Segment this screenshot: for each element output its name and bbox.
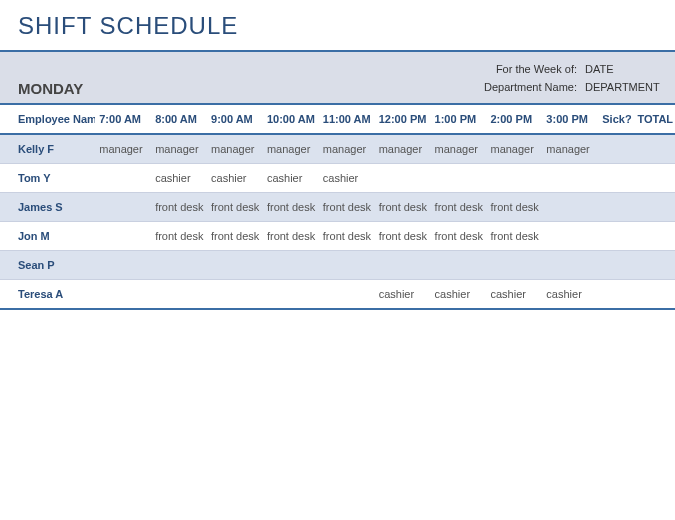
shift-cell — [542, 164, 598, 193]
shift-cell: front desk — [431, 222, 487, 251]
shift-cell: front desk — [151, 193, 207, 222]
sick-cell — [598, 193, 633, 222]
shift-cell: manager — [431, 134, 487, 164]
shift-cell — [319, 251, 375, 280]
info-right: For the Week of: DATE Department Name: D… — [467, 60, 665, 96]
shift-cell — [95, 251, 151, 280]
shift-cell: cashier — [431, 280, 487, 310]
total-cell — [633, 193, 675, 222]
col-time: 11:00 AM — [319, 105, 375, 134]
shift-cell — [486, 251, 542, 280]
shift-cell — [486, 164, 542, 193]
week-of-label: For the Week of: — [467, 63, 577, 75]
shift-cell: manager — [375, 134, 431, 164]
shift-cell: front desk — [151, 222, 207, 251]
shift-cell — [263, 280, 319, 310]
shift-cell — [95, 193, 151, 222]
employee-name: Tom Y — [0, 164, 95, 193]
week-of-value: DATE — [585, 63, 665, 75]
col-time: 8:00 AM — [151, 105, 207, 134]
col-total: TOTAL — [633, 105, 675, 134]
table-row: Tom Ycashiercashiercashiercashier — [0, 164, 675, 193]
total-cell — [633, 280, 675, 310]
shift-cell: front desk — [207, 222, 263, 251]
table-row: Kelly Fmanagermanagermanagermanagermanag… — [0, 134, 675, 164]
col-time: 12:00 PM — [375, 105, 431, 134]
shift-cell — [542, 193, 598, 222]
total-cell — [633, 134, 675, 164]
employee-name: Teresa A — [0, 280, 95, 310]
col-time: 2:00 PM — [486, 105, 542, 134]
shift-cell: front desk — [263, 193, 319, 222]
schedule-table: Employee Name 7:00 AM 8:00 AM 9:00 AM 10… — [0, 105, 675, 310]
shift-cell: cashier — [486, 280, 542, 310]
shift-cell — [542, 222, 598, 251]
day-label: MONDAY — [18, 80, 83, 97]
shift-cell: manager — [207, 134, 263, 164]
table-row: James Sfront deskfront deskfront deskfro… — [0, 193, 675, 222]
shift-cell — [95, 164, 151, 193]
shift-cell: cashier — [263, 164, 319, 193]
total-cell — [633, 164, 675, 193]
shift-cell: cashier — [319, 164, 375, 193]
col-sick: Sick? — [598, 105, 633, 134]
shift-cell — [95, 222, 151, 251]
shift-cell — [207, 280, 263, 310]
col-time: 7:00 AM — [95, 105, 151, 134]
shift-cell — [207, 251, 263, 280]
shift-cell: front desk — [486, 222, 542, 251]
shift-cell — [431, 164, 487, 193]
sick-cell — [598, 251, 633, 280]
shift-cell — [95, 280, 151, 310]
sick-cell — [598, 164, 633, 193]
shift-cell: front desk — [319, 222, 375, 251]
shift-cell — [263, 251, 319, 280]
total-cell — [633, 222, 675, 251]
col-time: 1:00 PM — [431, 105, 487, 134]
shift-cell: cashier — [151, 164, 207, 193]
shift-cell: front desk — [486, 193, 542, 222]
department-value: DEPARTMENT — [585, 81, 665, 93]
shift-cell: manager — [263, 134, 319, 164]
col-time: 9:00 AM — [207, 105, 263, 134]
page-title: SHIFT SCHEDULE — [0, 0, 675, 52]
total-cell — [633, 251, 675, 280]
shift-cell: manager — [151, 134, 207, 164]
sick-cell — [598, 222, 633, 251]
header-row: Employee Name 7:00 AM 8:00 AM 9:00 AM 10… — [0, 105, 675, 134]
shift-cell — [375, 251, 431, 280]
col-employee: Employee Name — [0, 105, 95, 134]
shift-cell: front desk — [431, 193, 487, 222]
col-time: 3:00 PM — [542, 105, 598, 134]
employee-name: James S — [0, 193, 95, 222]
shift-cell: front desk — [207, 193, 263, 222]
shift-cell — [542, 251, 598, 280]
shift-cell — [375, 164, 431, 193]
shift-cell: front desk — [375, 193, 431, 222]
shift-cell: manager — [319, 134, 375, 164]
shift-cell — [151, 251, 207, 280]
sick-cell — [598, 134, 633, 164]
shift-cell: manager — [542, 134, 598, 164]
shift-cell: cashier — [375, 280, 431, 310]
sick-cell — [598, 280, 633, 310]
shift-cell: front desk — [375, 222, 431, 251]
shift-cell — [319, 280, 375, 310]
shift-cell — [151, 280, 207, 310]
employee-name: Sean P — [0, 251, 95, 280]
table-row: Sean P — [0, 251, 675, 280]
table-row: Teresa Acashiercashiercashiercashier — [0, 280, 675, 310]
col-time: 10:00 AM — [263, 105, 319, 134]
shift-cell: manager — [486, 134, 542, 164]
shift-cell: front desk — [319, 193, 375, 222]
employee-name: Jon M — [0, 222, 95, 251]
shift-cell: front desk — [263, 222, 319, 251]
table-row: Jon Mfront deskfront deskfront deskfront… — [0, 222, 675, 251]
employee-name: Kelly F — [0, 134, 95, 164]
shift-cell: cashier — [542, 280, 598, 310]
department-label: Department Name: — [467, 81, 577, 93]
info-bar: MONDAY For the Week of: DATE Department … — [0, 52, 675, 105]
shift-cell: manager — [95, 134, 151, 164]
shift-cell: cashier — [207, 164, 263, 193]
shift-cell — [431, 251, 487, 280]
